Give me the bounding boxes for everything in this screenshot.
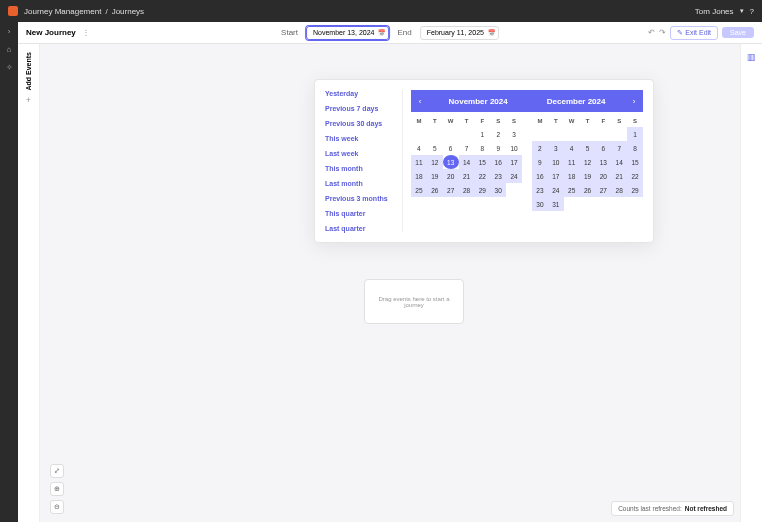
calendar-day[interactable]: 2 bbox=[490, 127, 506, 141]
calendar-day[interactable]: 6 bbox=[443, 141, 459, 155]
calendar-day[interactable]: 22 bbox=[474, 169, 490, 183]
calendar-day[interactable]: 5 bbox=[580, 141, 596, 155]
calendar-day[interactable]: 6 bbox=[595, 141, 611, 155]
end-date-input[interactable]: February 11, 2025 📅 bbox=[420, 26, 499, 40]
calendar-day[interactable]: 28 bbox=[611, 183, 627, 197]
calendar-day[interactable]: 15 bbox=[627, 155, 643, 169]
right-panel[interactable]: ▥ bbox=[740, 44, 762, 522]
user-menu[interactable]: Tom Jones ▾ ? bbox=[695, 7, 754, 16]
fit-icon[interactable]: ⤢ bbox=[50, 464, 64, 478]
month-right: MTWTFSS 12345678910111213141516171819202… bbox=[532, 118, 643, 211]
preset-yesterday[interactable]: Yesterday bbox=[325, 90, 398, 97]
calendar-day[interactable]: 15 bbox=[474, 155, 490, 169]
breadcrumb-parent[interactable]: Journey Management bbox=[24, 7, 101, 16]
start-date-input[interactable]: November 13, 2024 📅 bbox=[306, 26, 389, 40]
undo-icon[interactable]: ↶ bbox=[648, 28, 655, 37]
calendar-day[interactable]: 18 bbox=[564, 169, 580, 183]
calendar-day[interactable]: 12 bbox=[427, 155, 443, 169]
calendar-day[interactable]: 30 bbox=[490, 183, 506, 197]
calendar-day[interactable]: 17 bbox=[506, 155, 522, 169]
calendar-day[interactable]: 2 bbox=[532, 141, 548, 155]
preset-last-week[interactable]: Last week bbox=[325, 150, 398, 157]
calendar-day[interactable]: 20 bbox=[595, 169, 611, 183]
calendar-day[interactable]: 23 bbox=[532, 183, 548, 197]
chart-icon[interactable]: ▥ bbox=[747, 52, 756, 62]
redo-icon[interactable]: ↷ bbox=[659, 28, 666, 37]
calendar-day[interactable]: 18 bbox=[411, 169, 427, 183]
preset-this-quarter[interactable]: This quarter bbox=[325, 210, 398, 217]
calendar-day[interactable]: 29 bbox=[474, 183, 490, 197]
calendar-day[interactable]: 7 bbox=[459, 141, 475, 155]
preset-previous-30-days[interactable]: Previous 30 days bbox=[325, 120, 398, 127]
calendar-day[interactable]: 22 bbox=[627, 169, 643, 183]
start-label: Start bbox=[281, 28, 298, 37]
calendar-day[interactable]: 29 bbox=[627, 183, 643, 197]
calendar-day[interactable]: 24 bbox=[548, 183, 564, 197]
plus-icon[interactable]: + bbox=[26, 95, 31, 105]
calendar-day[interactable]: 30 bbox=[532, 197, 548, 211]
home-icon[interactable]: ⌂ bbox=[4, 44, 14, 54]
calendar-day[interactable]: 11 bbox=[411, 155, 427, 169]
calendar-day[interactable]: 19 bbox=[580, 169, 596, 183]
calendar-day[interactable]: 21 bbox=[611, 169, 627, 183]
exit-edit-button[interactable]: ✎ Exit Edit bbox=[670, 26, 718, 40]
journey-icon[interactable]: ✧ bbox=[4, 62, 14, 72]
calendar-day[interactable]: 4 bbox=[564, 141, 580, 155]
calendar-day[interactable]: 8 bbox=[627, 141, 643, 155]
month-left: MTWTFSS 12345678910111213141516171819202… bbox=[411, 118, 522, 211]
calendar-day[interactable]: 20 bbox=[443, 169, 459, 183]
calendar-day[interactable]: 10 bbox=[506, 141, 522, 155]
calendar-day[interactable]: 23 bbox=[490, 169, 506, 183]
calendar-day[interactable]: 26 bbox=[427, 183, 443, 197]
calendar-day[interactable]: 1 bbox=[474, 127, 490, 141]
zoom-in-icon[interactable]: ⊕ bbox=[50, 482, 64, 496]
journey-title[interactable]: New Journey bbox=[26, 28, 76, 37]
preset-last-month[interactable]: Last month bbox=[325, 180, 398, 187]
calendar-day[interactable]: 10 bbox=[548, 155, 564, 169]
calendar-day[interactable]: 11 bbox=[564, 155, 580, 169]
calendar-day[interactable]: 31 bbox=[548, 197, 564, 211]
calendar-day[interactable]: 5 bbox=[427, 141, 443, 155]
calendar-day[interactable]: 21 bbox=[459, 169, 475, 183]
calendar-day[interactable]: 8 bbox=[474, 141, 490, 155]
calendar-day[interactable]: 28 bbox=[459, 183, 475, 197]
calendar-day[interactable]: 16 bbox=[532, 169, 548, 183]
calendar-day[interactable]: 7 bbox=[611, 141, 627, 155]
preset-this-month[interactable]: This month bbox=[325, 165, 398, 172]
calendar-day[interactable]: 25 bbox=[411, 183, 427, 197]
preset-this-week[interactable]: This week bbox=[325, 135, 398, 142]
preset-previous-3-months[interactable]: Previous 3 months bbox=[325, 195, 398, 202]
calendar-day[interactable]: 3 bbox=[506, 127, 522, 141]
calendar-day[interactable]: 19 bbox=[427, 169, 443, 183]
breadcrumb-current[interactable]: Journeys bbox=[112, 7, 144, 16]
save-button[interactable]: Save bbox=[722, 27, 754, 38]
preset-previous-7-days[interactable]: Previous 7 days bbox=[325, 105, 398, 112]
calendar-day[interactable]: 1 bbox=[627, 127, 643, 141]
calendar-day[interactable]: 14 bbox=[459, 155, 475, 169]
calendar-day[interactable]: 27 bbox=[595, 183, 611, 197]
calendar-day[interactable]: 17 bbox=[548, 169, 564, 183]
journey-menu-icon[interactable]: ⋮ bbox=[82, 28, 90, 37]
calendar-day[interactable]: 13 bbox=[443, 155, 459, 169]
calendar-day[interactable]: 12 bbox=[580, 155, 596, 169]
event-dropzone[interactable]: Drag events here to start a journey bbox=[364, 279, 464, 324]
calendar-day[interactable]: 25 bbox=[564, 183, 580, 197]
preset-last-quarter[interactable]: Last quarter bbox=[325, 225, 398, 232]
calendar-day[interactable]: 3 bbox=[548, 141, 564, 155]
calendar-day[interactable]: 16 bbox=[490, 155, 506, 169]
calendar-day[interactable]: 14 bbox=[611, 155, 627, 169]
calendar-day[interactable]: 26 bbox=[580, 183, 596, 197]
calendar-day[interactable]: 9 bbox=[490, 141, 506, 155]
calendar-day[interactable]: 9 bbox=[532, 155, 548, 169]
calendar-day[interactable]: 13 bbox=[595, 155, 611, 169]
prev-month-icon[interactable]: ‹ bbox=[411, 97, 429, 106]
next-month-icon[interactable]: › bbox=[625, 97, 643, 106]
calendar-day[interactable]: 4 bbox=[411, 141, 427, 155]
help-icon[interactable]: ? bbox=[750, 7, 754, 16]
calendar-day[interactable]: 27 bbox=[443, 183, 459, 197]
zoom-out-icon[interactable]: ⊖ bbox=[50, 500, 64, 514]
rail-expand-icon[interactable]: › bbox=[4, 26, 14, 36]
add-events-panel[interactable]: Add Events + bbox=[18, 44, 40, 522]
calendar-day[interactable]: 24 bbox=[506, 169, 522, 183]
calendar-icon: 📅 bbox=[488, 29, 495, 36]
